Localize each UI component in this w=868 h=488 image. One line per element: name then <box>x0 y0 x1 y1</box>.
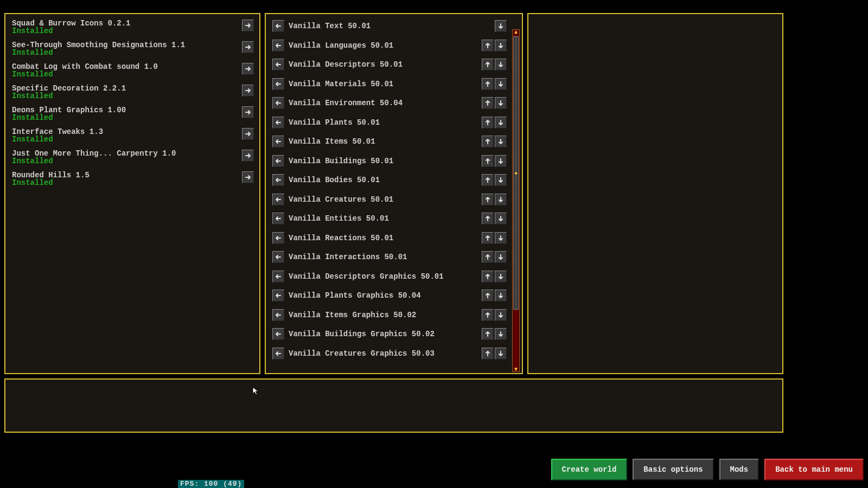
disable-mod-button[interactable] <box>272 232 284 244</box>
enable-mod-button[interactable] <box>242 20 254 31</box>
available-mod-row[interactable]: Squad & Burrow Icons 0.2.1 Installed <box>11 20 254 35</box>
mods-button[interactable]: Mods <box>719 459 760 480</box>
fps-counter: FPS: 100 (49) <box>178 480 244 488</box>
move-down-button[interactable] <box>495 117 507 129</box>
move-down-button[interactable] <box>495 328 507 340</box>
bottom-panel <box>4 378 783 433</box>
available-mod-row[interactable]: Rounded Hills 1.5 Installed <box>11 171 254 187</box>
disable-mod-button[interactable] <box>272 213 284 224</box>
enable-mod-button[interactable] <box>242 41 254 53</box>
move-up-button[interactable] <box>482 213 494 224</box>
move-down-button[interactable] <box>495 136 507 147</box>
move-up-button[interactable] <box>482 97 494 109</box>
move-up-button[interactable] <box>482 309 494 321</box>
active-mod-row[interactable]: Vanilla Text 50.01 <box>271 20 516 33</box>
active-mod-row[interactable]: Vanilla Items 50.01 <box>271 135 516 148</box>
enable-mod-button[interactable] <box>242 150 254 162</box>
active-mod-row[interactable]: Vanilla Buildings Graphics 50.02 <box>271 328 516 341</box>
active-mod-row[interactable]: Vanilla Descriptors 50.01 <box>271 58 516 71</box>
active-mod-row[interactable]: Vanilla Bodies 50.01 <box>271 174 516 187</box>
disable-mod-button[interactable] <box>272 290 284 301</box>
disable-mod-button[interactable] <box>272 348 284 359</box>
active-scrollbar[interactable]: ▲ ◆ ▼ <box>512 29 520 372</box>
active-mod-row[interactable]: Vanilla Creatures 50.01 <box>271 193 516 206</box>
move-down-button[interactable] <box>495 155 507 167</box>
enable-mod-button[interactable] <box>242 63 254 75</box>
available-mod-row[interactable]: See-Through Smoothing Designations 1.1 I… <box>11 41 254 56</box>
active-mod-row[interactable]: Vanilla Environment 50.04 <box>271 97 516 110</box>
available-mod-row[interactable]: Just One More Thing... Carpentry 1.0 Ins… <box>11 150 254 165</box>
enable-mod-button[interactable] <box>242 106 254 118</box>
active-mod-row[interactable]: Vanilla Reactions 50.01 <box>271 232 516 245</box>
move-up-button[interactable] <box>482 290 494 301</box>
disable-mod-button[interactable] <box>272 309 284 321</box>
move-up-button[interactable] <box>482 59 494 70</box>
disable-mod-button[interactable] <box>272 155 284 167</box>
disable-mod-button[interactable] <box>272 174 284 186</box>
move-up-button[interactable] <box>482 251 494 263</box>
enable-mod-button[interactable] <box>242 128 254 140</box>
enable-mod-button[interactable] <box>242 85 254 97</box>
available-mod-row[interactable]: Deons Plant Graphics 1.00 Installed <box>11 106 254 121</box>
active-mod-row[interactable]: Vanilla Entities 50.01 <box>271 212 516 225</box>
active-mod-row[interactable]: Vanilla Descriptors Graphics 50.01 <box>271 270 516 283</box>
basic-options-button[interactable]: Basic options <box>633 459 713 480</box>
disable-mod-button[interactable] <box>272 271 284 282</box>
available-mod-row[interactable]: Interface Tweaks 1.3 Installed <box>11 128 254 143</box>
disable-mod-button[interactable] <box>272 20 284 32</box>
disable-mod-button[interactable] <box>272 328 284 340</box>
move-down-button[interactable] <box>495 40 507 52</box>
active-mod-name: Vanilla Items Graphics 50.02 <box>284 311 481 319</box>
move-up-button[interactable] <box>482 40 494 52</box>
disable-mod-button[interactable] <box>272 40 284 52</box>
active-mod-row[interactable]: Vanilla Plants 50.01 <box>271 116 516 129</box>
available-mod-name: Rounded Hills 1.5 <box>12 171 90 179</box>
move-down-button[interactable] <box>495 194 507 206</box>
disable-mod-button[interactable] <box>272 117 284 129</box>
move-down-button[interactable] <box>495 251 507 263</box>
active-mod-name: Vanilla Buildings Graphics 50.02 <box>284 330 481 338</box>
move-up-button[interactable] <box>482 232 494 244</box>
move-up-button[interactable] <box>482 155 494 167</box>
disable-mod-button[interactable] <box>272 194 284 206</box>
available-mod-row[interactable]: Specific Decoration 2.2.1 Installed <box>11 85 254 100</box>
move-down-button[interactable] <box>495 271 507 282</box>
move-down-button[interactable] <box>495 59 507 70</box>
move-up-button[interactable] <box>482 174 494 186</box>
disable-mod-button[interactable] <box>272 97 284 109</box>
move-up-button[interactable] <box>482 117 494 129</box>
active-mod-row[interactable]: Vanilla Buildings 50.01 <box>271 155 516 168</box>
move-down-button[interactable] <box>495 232 507 244</box>
disable-mod-button[interactable] <box>272 136 284 147</box>
move-down-button[interactable] <box>495 309 507 321</box>
move-down-button[interactable] <box>495 174 507 186</box>
scroll-down-icon[interactable]: ▼ <box>513 367 519 372</box>
move-up-button[interactable] <box>482 136 494 147</box>
move-up-button[interactable] <box>482 194 494 206</box>
active-mod-row[interactable]: Vanilla Plants Graphics 50.04 <box>271 289 516 302</box>
active-mod-row[interactable]: Vanilla Languages 50.01 <box>271 39 516 52</box>
available-mod-name: Just One More Thing... Carpentry 1.0 <box>12 150 176 157</box>
move-down-button[interactable] <box>495 78 507 90</box>
move-up-button[interactable] <box>482 78 494 90</box>
disable-mod-button[interactable] <box>272 78 284 90</box>
active-mod-row[interactable]: Vanilla Interactions 50.01 <box>271 251 516 264</box>
available-mod-row[interactable]: Combat Log with Combat sound 1.0 Install… <box>11 63 254 78</box>
move-down-button[interactable] <box>495 20 507 32</box>
move-down-button[interactable] <box>495 97 507 109</box>
disable-mod-button[interactable] <box>272 59 284 70</box>
move-down-button[interactable] <box>495 348 507 359</box>
active-mod-row[interactable]: Vanilla Creatures Graphics 50.03 <box>271 347 516 360</box>
move-up-button[interactable] <box>482 328 494 340</box>
back-to-main-menu-button[interactable]: Back to main menu <box>764 459 864 480</box>
move-up-button[interactable] <box>482 271 494 282</box>
disable-mod-button[interactable] <box>272 251 284 263</box>
move-up-button[interactable] <box>482 348 494 359</box>
active-mod-row[interactable]: Vanilla Materials 50.01 <box>271 78 516 91</box>
move-down-button[interactable] <box>495 213 507 224</box>
create-world-button[interactable]: Create world <box>551 459 628 480</box>
scroll-up-icon[interactable]: ▲ <box>513 29 519 35</box>
enable-mod-button[interactable] <box>242 171 254 183</box>
move-down-button[interactable] <box>495 290 507 301</box>
active-mod-row[interactable]: Vanilla Items Graphics 50.02 <box>271 309 516 322</box>
